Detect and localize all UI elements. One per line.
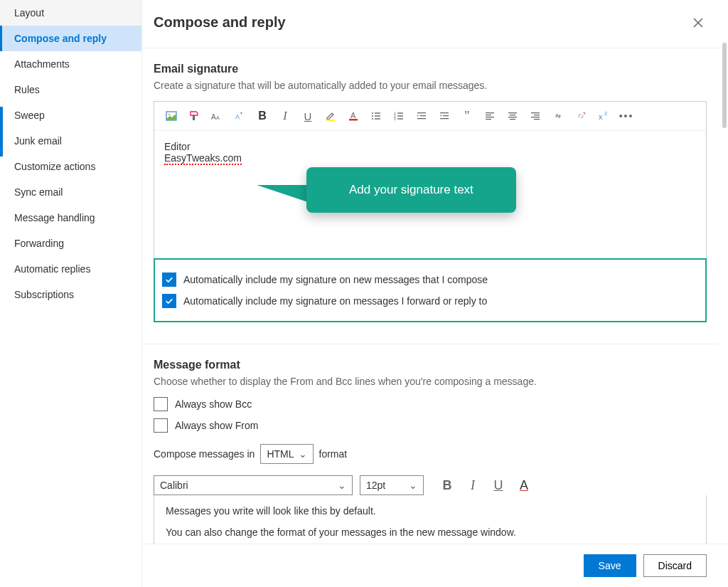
font-size-button[interactable]: AA bbox=[207, 106, 227, 126]
checkbox-include-reply[interactable] bbox=[162, 294, 176, 308]
font-color-icon: A bbox=[348, 110, 359, 122]
link-button[interactable] bbox=[548, 106, 568, 126]
section-divider bbox=[142, 344, 718, 344]
unlink-button[interactable] bbox=[571, 106, 591, 126]
default-underline-button[interactable]: U bbox=[491, 478, 506, 493]
sidebar-item-message-handling[interactable]: Message handling bbox=[0, 205, 141, 231]
svg-rect-11 bbox=[375, 112, 380, 113]
message-format-title: Message format bbox=[154, 359, 707, 371]
sidebar-item-sweep[interactable]: Sweep bbox=[0, 102, 141, 128]
svg-rect-19 bbox=[397, 115, 403, 116]
svg-text:A: A bbox=[350, 111, 356, 120]
sidebar-item-rules[interactable]: Rules bbox=[0, 77, 141, 102]
discard-button[interactable]: Discard bbox=[643, 554, 707, 577]
quote-button[interactable]: " bbox=[457, 106, 477, 126]
highlight-button[interactable] bbox=[321, 106, 341, 126]
svg-text:A: A bbox=[216, 115, 220, 120]
sidebar-item-customize-actions[interactable]: Customize actions bbox=[0, 154, 141, 179]
align-left-icon bbox=[484, 110, 496, 122]
font-size-down-button[interactable]: A▾ bbox=[230, 106, 250, 126]
signature-options-highlight: Automatically include my signature on ne… bbox=[154, 258, 707, 322]
dialog-footer: Save Discard bbox=[142, 544, 728, 587]
image-icon bbox=[166, 110, 177, 122]
svg-rect-17 bbox=[397, 112, 403, 113]
close-button[interactable] bbox=[690, 14, 707, 35]
sidebar-item-automatic-replies[interactable]: Automatic replies bbox=[0, 256, 141, 282]
bold-button[interactable]: B bbox=[252, 106, 272, 126]
svg-point-10 bbox=[372, 112, 373, 114]
sidebar-item-subscriptions[interactable]: Subscriptions bbox=[0, 282, 141, 307]
svg-rect-38 bbox=[531, 117, 540, 117]
unlink-icon bbox=[575, 110, 587, 122]
bold-icon: B bbox=[258, 110, 267, 122]
sidebar-item-sync-email[interactable]: Sync email bbox=[0, 179, 141, 205]
svg-rect-23 bbox=[420, 115, 426, 116]
align-center-icon bbox=[507, 110, 518, 122]
scrollbar-thumb[interactable] bbox=[722, 43, 727, 128]
font-size-down-icon: A▾ bbox=[234, 110, 245, 122]
indent-increase-button[interactable] bbox=[412, 106, 432, 126]
sidebar-item-forwarding[interactable]: Forwarding bbox=[0, 231, 141, 256]
align-center-button[interactable] bbox=[503, 106, 523, 126]
sidebar-item-junk-email[interactable]: Junk email bbox=[0, 128, 141, 154]
sidebar-item-compose-reply[interactable]: Compose and reply bbox=[0, 26, 141, 51]
default-bold-button[interactable]: B bbox=[439, 478, 455, 493]
page-title: Compose and reply bbox=[154, 14, 286, 31]
svg-rect-7 bbox=[326, 120, 335, 121]
svg-rect-32 bbox=[508, 112, 517, 113]
checkbox-show-from-label: Always show From bbox=[175, 420, 258, 431]
signature-section-desc: Create a signature that will be automati… bbox=[154, 80, 707, 91]
quote-icon: " bbox=[464, 109, 469, 124]
checkbox-include-new[interactable] bbox=[162, 273, 176, 287]
tutorial-callout: Add your signature text bbox=[306, 167, 516, 213]
svg-rect-37 bbox=[534, 115, 540, 115]
svg-rect-35 bbox=[510, 119, 515, 120]
more-options-button[interactable]: ••• bbox=[616, 106, 636, 126]
format-painter-button[interactable] bbox=[184, 106, 204, 126]
bullet-list-button[interactable] bbox=[366, 106, 386, 126]
sidebar-item-layout[interactable]: Layout bbox=[0, 0, 141, 26]
insert-image-button[interactable] bbox=[161, 106, 181, 126]
compose-format-select[interactable]: HTML ⌄ bbox=[260, 444, 313, 464]
svg-text:A: A bbox=[211, 113, 216, 121]
svg-rect-39 bbox=[534, 119, 540, 120]
indent-decrease-button[interactable] bbox=[434, 106, 454, 126]
font-color-button[interactable]: A bbox=[343, 106, 363, 126]
align-left-button[interactable] bbox=[480, 106, 500, 126]
checkmark-icon bbox=[164, 296, 174, 306]
svg-rect-21 bbox=[397, 118, 403, 119]
checkbox-show-from[interactable] bbox=[154, 418, 168, 433]
ellipsis-icon: ••• bbox=[619, 110, 634, 122]
checkbox-include-reply-label: Automatically include my signature on me… bbox=[183, 295, 487, 307]
checkbox-show-bcc[interactable] bbox=[154, 397, 168, 411]
svg-rect-27 bbox=[440, 118, 449, 119]
format-painter-icon bbox=[188, 110, 200, 122]
svg-rect-22 bbox=[417, 112, 426, 113]
link-icon bbox=[552, 110, 564, 122]
svg-text:2: 2 bbox=[604, 111, 607, 116]
svg-point-12 bbox=[372, 115, 373, 117]
chevron-down-icon: ⌄ bbox=[338, 480, 346, 491]
italic-button[interactable]: I bbox=[275, 106, 295, 126]
font-family-select[interactable]: Calibri ⌄ bbox=[154, 475, 353, 495]
default-italic-button[interactable]: I bbox=[465, 478, 481, 493]
svg-text:▾: ▾ bbox=[240, 111, 242, 115]
svg-rect-15 bbox=[375, 118, 380, 119]
save-button[interactable]: Save bbox=[584, 554, 636, 577]
superscript-button[interactable]: x2 bbox=[594, 106, 614, 126]
svg-rect-26 bbox=[443, 115, 449, 116]
compose-format-value: HTML bbox=[267, 448, 294, 460]
align-right-icon bbox=[530, 110, 541, 122]
svg-rect-29 bbox=[486, 115, 491, 115]
signature-text-line1: Editor bbox=[164, 141, 696, 152]
default-font-color-button[interactable]: A bbox=[516, 478, 532, 493]
font-size-select[interactable]: 12pt ⌄ bbox=[360, 475, 424, 495]
number-list-icon: 123 bbox=[393, 110, 405, 122]
sidebar-item-attachments[interactable]: Attachments bbox=[0, 51, 141, 77]
number-list-button[interactable]: 123 bbox=[389, 106, 409, 126]
svg-rect-34 bbox=[508, 117, 517, 117]
underline-button[interactable]: U bbox=[298, 106, 318, 126]
svg-rect-33 bbox=[510, 115, 515, 115]
preview-line2: You can also change the format of your m… bbox=[166, 527, 695, 538]
align-right-button[interactable] bbox=[525, 106, 545, 126]
